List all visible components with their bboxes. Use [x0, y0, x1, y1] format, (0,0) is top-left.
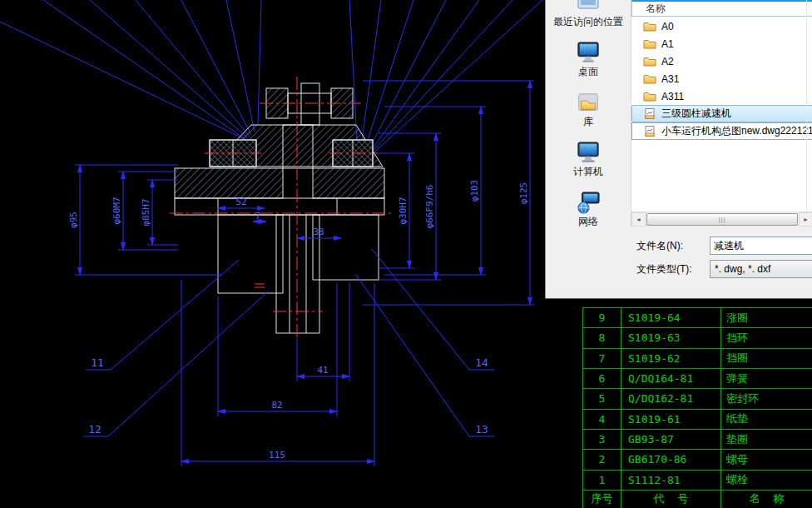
bom-no: 3: [583, 430, 621, 449]
folder-icon: [643, 56, 656, 67]
bom-no: 2: [583, 450, 621, 469]
file-item-label: A0: [661, 21, 674, 32]
dimension-labels: φ95 φ60M7 φ85H7 φ30H7 φ66F9/h6 φ103 φ125…: [68, 180, 529, 461]
parts-table: 9 S1019-64 涨圈 8 S1019-63 挡环 7 S1019-62 挡…: [582, 307, 812, 508]
scroll-left-button[interactable]: ◄: [631, 212, 646, 227]
bom-code: S1019-62: [621, 349, 721, 368]
file-item[interactable]: A31: [631, 70, 812, 87]
dim-38: 38: [313, 227, 324, 237]
bom-no: 9: [583, 308, 621, 327]
balloon-13: 13: [475, 423, 488, 436]
folder-icon: [643, 91, 656, 102]
bom-code: S1112-81: [621, 471, 721, 490]
file-item-label: A1: [661, 38, 674, 50]
bom-header-no: 序号: [583, 491, 621, 508]
balloon-11: 11: [91, 356, 104, 369]
file-item-label: 三级圆柱减速机: [661, 107, 731, 121]
dialog-main-area: 名称 A0 A1: [631, 0, 812, 298]
dim-phi30: φ30H7: [398, 197, 408, 224]
bom-name: 螺母: [721, 450, 812, 469]
sidebar-item-recent-places[interactable]: 最近访问的位置: [553, 0, 623, 27]
balloon-numbers: 11 12 13 14: [88, 356, 488, 436]
dwg-file-icon: [643, 108, 656, 119]
file-item[interactable]: A0: [631, 17, 812, 35]
dim-115: 115: [269, 450, 285, 461]
bom-code: S1019-63: [621, 328, 721, 347]
bom-code: Q/DQ164-81: [621, 369, 721, 388]
bom-name: 纸垫: [721, 410, 812, 429]
bom-name: 涨圈: [721, 308, 812, 327]
bom-no: 6: [583, 369, 621, 388]
balloon-leaders: [83, 249, 494, 436]
file-type-label: 文件类型(T):: [636, 262, 710, 276]
file-item-label: A311: [661, 91, 684, 102]
file-item-label: 小车运行机构总图new.dwg222121: [661, 124, 812, 138]
file-item[interactable]: 小车运行机构总图new.dwg222121: [631, 122, 812, 140]
balloon-12: 12: [88, 423, 102, 436]
dim-7: 7: [255, 212, 260, 221]
bom-no: 7: [583, 349, 621, 368]
folder-icon: [643, 21, 656, 32]
sidebar-item-network[interactable]: 网络: [574, 192, 602, 227]
bom-header-code: 代 号: [621, 491, 721, 508]
sidebar-label: 库: [583, 117, 593, 127]
file-item[interactable]: A311: [631, 87, 812, 105]
network-icon: [574, 192, 602, 215]
sidebar-item-desktop[interactable]: 桌面: [574, 42, 602, 77]
sidebar-label: 桌面: [578, 67, 598, 77]
bom-name: 螺栓: [721, 471, 812, 490]
desktop-icon: [574, 42, 602, 65]
cad-application-window: φ95 φ60M7 φ85H7 φ30H7 φ66F9/h6 φ103 φ125…: [0, 0, 812, 508]
bom-row: 8 S1019-63 挡环: [582, 327, 812, 347]
sidebar-label: 计算机: [573, 167, 603, 177]
dialog-places-sidebar: 最近访问的位置 桌面 库: [546, 0, 631, 298]
bom-code: S1019-61: [621, 410, 721, 429]
bom-row: 9 S1019-64 涨圈: [582, 307, 812, 327]
dim-52: 52: [235, 197, 246, 207]
file-name-row: 文件名(N):: [636, 236, 812, 256]
horizontal-scrollbar[interactable]: ◄ ||| ►: [631, 212, 812, 227]
scroll-right-button[interactable]: ►: [799, 212, 812, 227]
file-name-label: 文件名(N):: [636, 239, 710, 253]
dim-phi66: φ66F9/h6: [424, 185, 435, 229]
open-file-dialog: 最近访问的位置 桌面 库: [545, 0, 812, 299]
file-type-select[interactable]: *. dwg, *. dxf: [710, 260, 812, 278]
bom-row: 2 GB6170-86 螺母: [582, 449, 812, 469]
file-item-selected[interactable]: 三级圆柱减速机: [631, 105, 812, 122]
scrollbar-thumb[interactable]: |||: [646, 213, 798, 226]
bom-name: 弹簧: [721, 369, 812, 388]
bom-name: 密封环: [721, 389, 812, 408]
file-list: 名称 A0 A1: [631, 0, 812, 227]
bom-row: 3 GB93-87 垫圈: [582, 429, 812, 449]
file-list-rows: A0 A1 A2 A3: [631, 17, 812, 140]
dim-phi85: φ85H7: [141, 198, 151, 226]
bom-row: 1 S1112-81 螺栓: [582, 470, 812, 490]
recent-places-icon: [574, 0, 602, 15]
bom-code: GB93-87: [621, 430, 721, 449]
bom-no: 8: [583, 328, 621, 347]
bom-code: S1019-64: [621, 308, 721, 327]
dwg-file-icon: [643, 126, 656, 137]
bom-name: 挡环: [721, 328, 812, 347]
dim-82: 82: [271, 400, 282, 411]
file-item-label: A2: [661, 56, 674, 67]
red-marker: [255, 284, 265, 287]
folder-icon: [643, 73, 656, 84]
sidebar-label: 最近访问的位置: [553, 17, 623, 27]
file-item[interactable]: A2: [631, 52, 812, 70]
bom-no: 5: [583, 389, 621, 408]
file-type-value: *. dwg, *. dxf: [715, 263, 770, 275]
column-header-name[interactable]: 名称: [631, 0, 812, 17]
file-name-input[interactable]: [710, 237, 812, 255]
folder-icon: [643, 38, 656, 49]
bom-row: 4 S1019-61 纸垫: [582, 409, 812, 429]
sidebar-item-libraries[interactable]: 库: [574, 92, 602, 127]
file-item[interactable]: A1: [631, 35, 812, 52]
bom-row: 6 Q/DQ164-81 弹簧: [582, 368, 812, 388]
sidebar-item-computer[interactable]: 计算机: [573, 142, 603, 177]
bom-no: 1: [583, 471, 621, 490]
dim-phi103: φ103: [469, 180, 480, 202]
bom-no: 4: [583, 410, 621, 429]
bom-name: 垫圈: [721, 430, 812, 449]
bom-row: 7 S1019-62 挡圈: [582, 348, 812, 368]
